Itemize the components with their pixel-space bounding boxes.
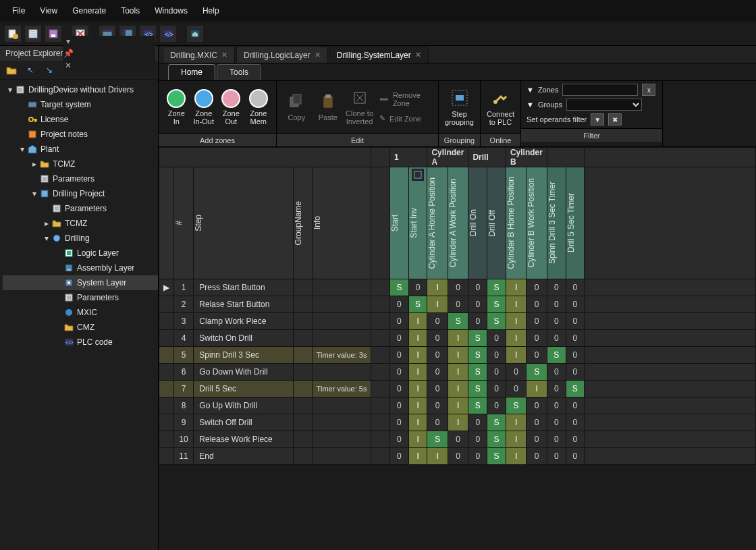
grid-cell[interactable]: 0 — [468, 431, 487, 448]
grid-cell[interactable]: S — [468, 364, 487, 381]
step-cell[interactable]: Spinn Drill 3 Sec — [194, 347, 294, 364]
row-marker[interactable]: ▶ — [159, 279, 174, 296]
remove-zone-button[interactable]: ➖Remove Zone — [379, 90, 433, 109]
zone-button[interactable]: Zone Out — [219, 89, 244, 126]
tree-node[interactable]: CMZ — [3, 320, 158, 335]
expand-icon[interactable]: ▾ — [30, 189, 39, 198]
group-cell[interactable] — [294, 364, 313, 381]
file-open-icon[interactable] — [24, 25, 42, 43]
grid-cell[interactable]: 0 — [390, 364, 409, 381]
grid-cell[interactable]: 0 — [566, 330, 585, 347]
row-marker[interactable] — [159, 381, 174, 397]
filter-groups-select[interactable] — [566, 99, 642, 111]
info-cell[interactable] — [312, 296, 371, 313]
grid-cell[interactable]: 0 — [506, 364, 526, 381]
info-cell[interactable] — [312, 414, 371, 431]
menu-view[interactable]: View — [33, 2, 64, 20]
step-cell[interactable]: Drill 5 Sec — [194, 381, 294, 397]
grid-cell[interactable]: 0 — [390, 296, 409, 313]
grid-cell[interactable]: 0 — [547, 431, 566, 448]
group-cell[interactable] — [294, 330, 313, 347]
menu-windows[interactable]: Windows — [148, 2, 194, 20]
grid-cell[interactable]: I — [506, 414, 526, 431]
grid-cell[interactable]: I — [427, 448, 448, 465]
grid-cell[interactable]: 0 — [526, 313, 547, 330]
grid-cell[interactable]: S — [448, 313, 468, 330]
grid-cell[interactable]: 0 — [448, 279, 468, 296]
grid-cell[interactable]: 0 — [390, 330, 409, 347]
grid-cell[interactable]: 0 — [526, 397, 547, 414]
grid-cell[interactable]: I — [506, 330, 526, 347]
info-cell[interactable] — [312, 448, 371, 465]
grid-cell[interactable]: I — [408, 431, 427, 448]
code-b-icon[interactable]: </> — [159, 25, 177, 43]
grid-cell[interactable]: 0 — [487, 347, 506, 364]
step-cell[interactable]: End — [194, 448, 294, 465]
tree-node[interactable]: ▸TCMZ — [3, 157, 158, 171]
step-grouping-button[interactable]: Step grouping — [444, 88, 475, 126]
grid-cell[interactable]: 0 — [408, 279, 427, 296]
grid-cell[interactable]: 0 — [390, 313, 409, 330]
paste-button[interactable]: Paste — [314, 93, 343, 121]
grid-cell[interactable]: I — [408, 364, 427, 381]
grid-cell[interactable]: 0 — [526, 347, 547, 364]
tree-node[interactable]: Target system — [3, 97, 158, 112]
sub-tab-tools[interactable]: Tools — [217, 64, 261, 80]
grid-cell[interactable]: 0 — [526, 296, 547, 313]
grid-cell[interactable]: 0 — [468, 279, 487, 296]
expand-icon[interactable]: ▾ — [18, 144, 27, 154]
grid-cell[interactable]: S — [506, 397, 526, 414]
grid-cell[interactable]: 0 — [427, 414, 448, 431]
grid-cell[interactable]: I — [408, 313, 427, 330]
filter-zones-clear-button[interactable]: x — [642, 84, 655, 96]
grid-cell[interactable]: S — [487, 279, 506, 296]
grid-cell[interactable]: I — [448, 364, 468, 381]
grid-cell[interactable]: 0 — [547, 364, 566, 381]
grid-cell[interactable]: I — [506, 431, 526, 448]
tree-node[interactable]: MXIC — [3, 305, 158, 320]
tree-node[interactable]: ▾Plant — [3, 142, 158, 157]
close-icon[interactable]: ✕ — [415, 51, 421, 59]
grid-cell[interactable]: S — [487, 414, 506, 431]
grid-cell[interactable]: S — [468, 397, 487, 414]
connect-plc-button[interactable]: Connect to PLC — [486, 88, 515, 126]
grid-cell[interactable]: I — [448, 414, 468, 431]
grid-cell[interactable]: 0 — [390, 431, 409, 448]
step-cell[interactable]: Go Up With Drill — [194, 397, 294, 414]
grid-cell[interactable]: 0 — [468, 414, 487, 431]
grid-cell[interactable]: I — [408, 414, 427, 431]
grid-cell[interactable]: 0 — [566, 448, 585, 465]
copy-button[interactable]: Copy — [282, 93, 311, 121]
grid-cell[interactable]: S — [468, 347, 487, 364]
grid-cell[interactable]: 0 — [566, 397, 585, 414]
grid-cell[interactable]: 0 — [390, 347, 409, 364]
group-cell[interactable] — [294, 448, 313, 465]
grid-cell[interactable]: I — [506, 296, 526, 313]
doc-tab[interactable]: Drilling.SystemLayer✕ — [329, 47, 429, 63]
zone-button[interactable]: Zone In-Out — [192, 89, 217, 126]
tree-node[interactable]: </>PLC code — [3, 335, 158, 350]
info-cell[interactable]: Timer value: 5s — [312, 381, 371, 397]
group-cell[interactable] — [294, 397, 313, 414]
row-marker[interactable] — [159, 313, 174, 330]
grid-cell[interactable]: 0 — [547, 313, 566, 330]
grid-cell[interactable]: I — [408, 397, 427, 414]
grid-cell[interactable]: 0 — [547, 381, 566, 397]
grid-cell[interactable]: I — [506, 448, 526, 465]
folder-open-icon[interactable] — [4, 63, 19, 78]
grid-cell[interactable]: 0 — [526, 448, 547, 465]
grid-cell[interactable]: I — [448, 381, 468, 397]
step-cell[interactable]: Go Down With Drill — [194, 364, 294, 381]
tree-node[interactable]: ▾DrillingDevice without Drivers — [3, 82, 158, 97]
grid-cell[interactable]: 0 — [526, 431, 547, 448]
expand-icon[interactable]: ▾ — [5, 85, 15, 94]
home-icon[interactable] — [186, 25, 204, 43]
grid-cell[interactable]: 0 — [526, 279, 547, 296]
grid-cell[interactable]: S — [547, 347, 566, 364]
grid-cell[interactable]: 0 — [526, 414, 547, 431]
grid-cell[interactable]: 0 — [427, 347, 448, 364]
zone-button[interactable]: Zone Mem — [246, 89, 271, 126]
grid-cell[interactable]: 0 — [547, 448, 566, 465]
row-marker[interactable] — [159, 397, 174, 414]
filter-clear-icon[interactable]: ✖ — [608, 113, 622, 126]
